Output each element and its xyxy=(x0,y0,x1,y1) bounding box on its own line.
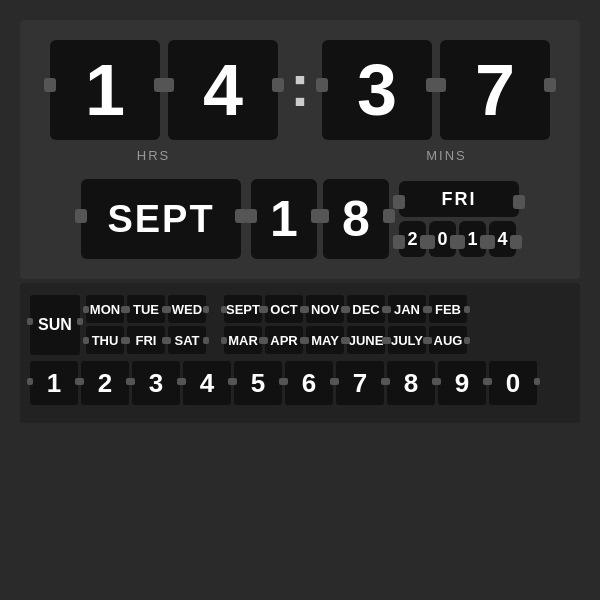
mins-label-group: MINS xyxy=(333,148,560,163)
days-row1: MON TUE WED xyxy=(86,295,206,323)
ref-digit-1: 1 xyxy=(30,361,78,405)
date-row: SEPT 1 8 FRI 2 0 1 xyxy=(40,179,560,259)
ref-day-mon: MON xyxy=(86,295,124,323)
hrs-label-group: HRS xyxy=(40,148,267,163)
ref-digit-0: 0 xyxy=(489,361,537,405)
year-d4: 4 xyxy=(489,221,516,257)
months-row2: MAR APR MAY JUNE JULY AUG xyxy=(224,326,467,354)
hours-ones: 4 xyxy=(168,40,278,140)
main-panel: 1 4 : 3 7 HRS MINS SEPT 1 xyxy=(20,20,580,279)
ref-day-tue: TUE xyxy=(127,295,165,323)
ref-digit-4: 4 xyxy=(183,361,231,405)
year-group: 2 0 1 4 xyxy=(399,221,519,257)
ref-month-feb: FEB xyxy=(429,295,467,323)
ref-month-jan: JAN xyxy=(388,295,426,323)
ref-month-june: JUNE xyxy=(347,326,385,354)
digits-ref: 1 2 3 4 5 6 7 8 9 0 xyxy=(30,361,570,405)
minutes-tens: 3 xyxy=(322,40,432,140)
days-ref: SUN xyxy=(30,295,80,355)
year-d1: 2 xyxy=(399,221,426,257)
ref-day-sun: SUN xyxy=(30,295,80,355)
days-ref-col: MON TUE WED THU FRI SAT xyxy=(86,295,206,354)
ref-digit-6: 6 xyxy=(285,361,333,405)
ref-day-thu: THU xyxy=(86,326,124,354)
ref-month-sept: SEPT xyxy=(224,295,262,323)
year-d3: 1 xyxy=(459,221,486,257)
days-row2: THU FRI SAT xyxy=(86,326,206,354)
mins-label: MINS xyxy=(426,148,467,163)
right-group: FRI 2 0 1 4 xyxy=(399,181,519,257)
ref-digit-8: 8 xyxy=(387,361,435,405)
day-tens: 1 xyxy=(251,179,317,259)
day-group: 1 8 xyxy=(251,179,389,259)
year-d2: 0 xyxy=(429,221,456,257)
minutes-ones: 7 xyxy=(440,40,550,140)
ref-month-aug: AUG xyxy=(429,326,467,354)
ref-day-sat: SAT xyxy=(168,326,206,354)
day-ones: 8 xyxy=(323,179,389,259)
ref-month-dec: DEC xyxy=(347,295,385,323)
ref-day-fri: FRI xyxy=(127,326,165,354)
months-ref: SEPT OCT NOV DEC JAN FEB MAR APR MAY JUN… xyxy=(224,295,467,354)
ref-month-apr: APR xyxy=(265,326,303,354)
ref-digit-7: 7 xyxy=(336,361,384,405)
ref-day-wed: WED xyxy=(168,295,206,323)
hrs-label: HRS xyxy=(137,148,170,163)
ref-month-mar: MAR xyxy=(224,326,262,354)
time-colon: : xyxy=(290,51,310,130)
ref-digit-3: 3 xyxy=(132,361,180,405)
month-tile: SEPT xyxy=(81,179,241,259)
ref-month-nov: NOV xyxy=(306,295,344,323)
ref-digit-5: 5 xyxy=(234,361,282,405)
ref-digit-9: 9 xyxy=(438,361,486,405)
ref-month-july: JULY xyxy=(388,326,426,354)
ref-month-oct: OCT xyxy=(265,295,303,323)
hours-tens: 1 xyxy=(50,40,160,140)
bottom-panel: SUN MON TUE WED THU FRI SAT SEPT OCT NOV… xyxy=(20,283,580,423)
time-labels: HRS MINS xyxy=(40,148,560,163)
time-row: 1 4 : 3 7 xyxy=(40,40,560,140)
ref-month-may: MAY xyxy=(306,326,344,354)
ref-digit-2: 2 xyxy=(81,361,129,405)
months-row1: SEPT OCT NOV DEC JAN FEB xyxy=(224,295,467,323)
dow-tile: FRI xyxy=(399,181,519,217)
